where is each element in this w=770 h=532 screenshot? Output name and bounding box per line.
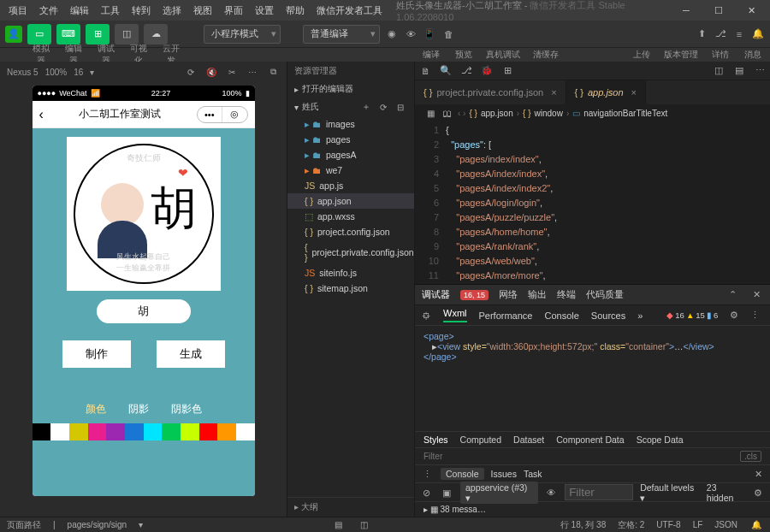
ext-icon[interactable]: ⊞ xyxy=(500,64,514,78)
toggle-side-icon[interactable]: ◫ xyxy=(358,518,371,532)
subtab-performance[interactable]: Performance xyxy=(479,310,533,321)
lang-mode[interactable]: JSON xyxy=(714,520,737,529)
clear-console-icon[interactable]: ⊘ xyxy=(420,486,433,499)
console-filter-input[interactable] xyxy=(565,484,633,500)
editor-toggle[interactable]: ⌨ xyxy=(56,24,80,44)
console-body[interactable]: ▸ ▦ 38 messa… xyxy=(415,502,770,517)
cls-toggle[interactable]: .cls xyxy=(740,451,761,462)
tab-quality[interactable]: 代码质量 xyxy=(586,288,624,301)
menu-tools[interactable]: 工具 xyxy=(96,3,125,19)
console-gear-icon[interactable]: ⚙ xyxy=(751,486,764,499)
color-swatch[interactable] xyxy=(199,423,218,440)
menu-project[interactable]: 项目 xyxy=(3,3,33,19)
surname-input[interactable]: 胡 xyxy=(97,299,191,323)
tab-app.json[interactable]: { } app.json× xyxy=(566,80,646,104)
menu-goto[interactable]: 转到 xyxy=(127,3,156,19)
upload-icon[interactable]: ⬆ xyxy=(695,27,708,41)
file-pagesA[interactable]: ▸ 🖿pagesA xyxy=(287,147,414,163)
color-swatch[interactable] xyxy=(162,423,181,440)
styletab-dataset[interactable]: Dataset xyxy=(513,434,544,445)
color-swatch[interactable] xyxy=(106,423,125,440)
contab-issues[interactable]: Issues xyxy=(491,469,517,479)
color-swatch[interactable] xyxy=(181,423,199,440)
tab-network[interactable]: 网络 xyxy=(499,288,518,301)
file-app.wxss[interactable]: ⬚app.wxss xyxy=(287,209,414,224)
files-icon[interactable]: 🗎 xyxy=(418,64,432,78)
menu-help[interactable]: 帮助 xyxy=(281,3,310,19)
debugger-toggle[interactable]: ⊞ xyxy=(86,24,110,44)
contab-task[interactable]: Task xyxy=(524,469,542,479)
tab-project.private.config.json[interactable]: { } project.private.config.json× xyxy=(415,80,566,104)
color-swatch[interactable] xyxy=(50,423,69,440)
back-icon[interactable]: ‹ xyxy=(39,107,44,122)
visual-toggle[interactable]: ◫ xyxy=(115,24,139,44)
color-swatch[interactable] xyxy=(88,423,107,440)
file-images[interactable]: ▸ 🖿images xyxy=(287,116,414,132)
toggle-panel-icon[interactable]: ▤ xyxy=(332,518,346,532)
indent[interactable]: 空格: 2 xyxy=(618,519,644,531)
eye-icon[interactable]: 👁 xyxy=(545,486,558,499)
styletab-component[interactable]: Component Data xyxy=(556,434,624,445)
tab-debugger[interactable]: 调试器 xyxy=(422,288,450,301)
cr-save-icon[interactable]: 🕮 xyxy=(441,106,454,120)
open-editors-section[interactable]: ▸ 打开的编辑器 xyxy=(287,80,414,98)
menu-settings[interactable]: 设置 xyxy=(250,3,279,19)
debug-icon[interactable]: 🐞 xyxy=(480,64,494,78)
close-button[interactable]: ✕ xyxy=(736,0,767,21)
color-swatch[interactable] xyxy=(125,423,144,440)
opt-color[interactable]: 颜色 xyxy=(86,402,106,417)
search-icon[interactable]: 🔍 xyxy=(439,64,453,78)
rotate-icon[interactable]: ⟳ xyxy=(184,65,198,79)
inspect-icon[interactable]: ⯐ xyxy=(422,309,431,322)
new-file-icon[interactable]: ＋ xyxy=(359,100,373,114)
subtab-sources[interactable]: Sources xyxy=(591,310,625,321)
file-project.config.json[interactable]: { }project.config.json xyxy=(287,224,414,239)
make-button[interactable]: 制作 xyxy=(62,340,131,368)
menu-view[interactable]: 视图 xyxy=(188,3,217,19)
minimize-button[interactable]: ─ xyxy=(671,0,702,21)
cr-open-icon[interactable]: ▦ xyxy=(424,106,437,120)
encoding[interactable]: UTF-8 xyxy=(656,520,680,529)
zoom-pct[interactable]: 100% xyxy=(45,68,68,77)
file-project.private.config.json[interactable]: { }project.private.config.json xyxy=(287,239,414,265)
bell-icon[interactable]: 🔔 xyxy=(749,518,763,532)
cut-icon[interactable]: ✂ xyxy=(225,65,239,79)
opt-shadow-color[interactable]: 阴影色 xyxy=(171,402,202,417)
cursor-pos[interactable]: 行 18, 列 38 xyxy=(560,519,606,531)
preview-icon[interactable]: 👁 xyxy=(404,27,418,41)
color-swatch[interactable] xyxy=(217,423,236,440)
subtab-wxml[interactable]: Wxml xyxy=(443,308,467,322)
color-swatch[interactable] xyxy=(144,423,163,440)
file-we7[interactable]: ▸ 🖿we7 xyxy=(287,163,414,178)
clear-cache-icon[interactable]: 🗑 xyxy=(441,27,455,41)
dt-more-icon[interactable]: ⋮ xyxy=(750,309,760,322)
menu-edit[interactable]: 编辑 xyxy=(65,3,94,19)
wxml-tree[interactable]: <page> ▸<view style="width:360px;height:… xyxy=(415,326,770,431)
styletab-styles[interactable]: Styles xyxy=(424,434,448,445)
capsule[interactable]: •••◎ xyxy=(197,106,248,123)
layout-icon[interactable]: ▤ xyxy=(732,64,746,78)
menu-interface[interactable]: 界面 xyxy=(219,3,248,19)
cloud-toggle[interactable]: ☁ xyxy=(144,24,168,44)
file-pages[interactable]: ▸ 🖿pages xyxy=(287,132,414,147)
color-bar[interactable] xyxy=(33,423,255,440)
opt-shadow[interactable]: 阴影 xyxy=(128,402,149,417)
styletab-computed[interactable]: Computed xyxy=(460,434,501,445)
eol[interactable]: LF xyxy=(693,520,703,529)
color-swatch[interactable] xyxy=(33,423,51,440)
tab-output[interactable]: 输出 xyxy=(528,288,547,301)
close-panel-icon[interactable]: ✕ xyxy=(749,288,763,302)
file-app.json[interactable]: { }app.json xyxy=(287,193,414,209)
device-name[interactable]: Nexus 5 xyxy=(7,68,38,77)
version-icon[interactable]: ⎇ xyxy=(714,27,727,41)
compile-dropdown[interactable]: 普通编译 xyxy=(303,25,380,44)
more-editor-icon[interactable]: ⋯ xyxy=(753,64,767,78)
subtab-console[interactable]: Console xyxy=(544,310,578,321)
collapse-icon[interactable]: ⊟ xyxy=(394,100,407,114)
file-sitemap.json[interactable]: { }sitemap.json xyxy=(287,281,414,296)
popout-icon[interactable]: ⧉ xyxy=(266,65,280,79)
details-icon[interactable]: ≡ xyxy=(732,27,746,41)
mute-icon[interactable]: 🔇 xyxy=(204,65,218,79)
levels-dropdown[interactable]: Default levels ▾ xyxy=(640,482,700,503)
scope-icon[interactable]: ▣ xyxy=(440,486,453,499)
